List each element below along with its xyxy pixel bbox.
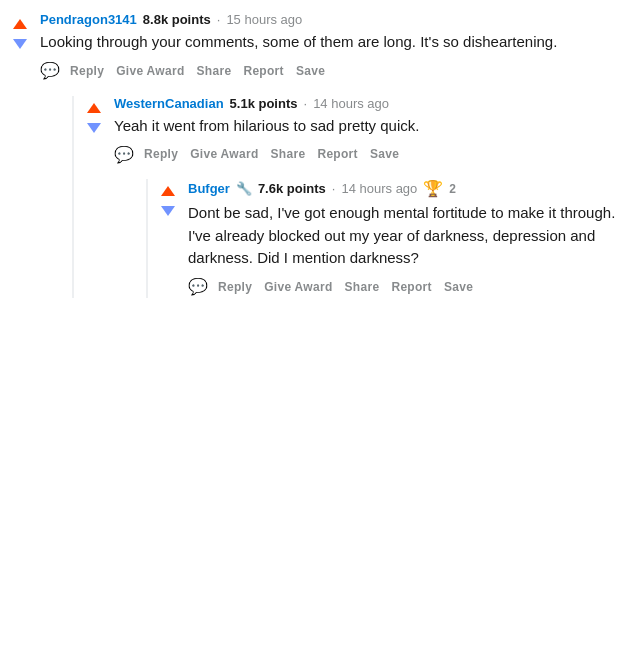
action-bar: 💬 Reply Give Award Share Report Save xyxy=(40,60,622,82)
comment-text: Looking through your comments, some of t… xyxy=(40,31,622,54)
upvote-button[interactable] xyxy=(158,181,178,201)
comment-item: WesternCanadian 5.1k points · 14 hours a… xyxy=(82,96,622,298)
reply-button[interactable]: Reply xyxy=(66,60,108,82)
comment-text: Dont be sad, I've got enough mental fort… xyxy=(188,202,622,270)
give-award-button[interactable]: Give Award xyxy=(112,60,188,82)
username-link[interactable]: Pendragon3141 xyxy=(40,12,137,27)
comment-item: Bufger 🔧 7.6k points · 14 hours ago 🏆 2 … xyxy=(156,179,622,298)
separator-dot: · xyxy=(304,96,308,111)
comment-header: Pendragon3141 8.8k points · 15 hours ago xyxy=(40,12,622,27)
nested-comments: Bufger 🔧 7.6k points · 14 hours ago 🏆 2 … xyxy=(146,179,622,298)
upvote-button[interactable] xyxy=(10,14,30,34)
chat-icon: 💬 xyxy=(40,61,60,80)
downvote-button[interactable] xyxy=(158,201,178,221)
comment-body: Pendragon3141 8.8k points · 15 hours ago… xyxy=(40,12,622,298)
upvote-arrow-icon xyxy=(87,103,101,113)
report-button[interactable]: Report xyxy=(313,143,361,165)
save-button[interactable]: Save xyxy=(366,143,403,165)
comment-header: Bufger 🔧 7.6k points · 14 hours ago 🏆 2 xyxy=(188,179,622,198)
downvote-button[interactable] xyxy=(10,34,30,54)
action-bar: 💬 Reply Give Award Share Report Save xyxy=(188,276,622,298)
vote-column xyxy=(8,12,32,298)
award-count-label: 2 xyxy=(449,182,456,196)
save-button[interactable]: Save xyxy=(292,60,329,82)
separator-dot: · xyxy=(332,181,336,196)
points-label: 8.8k points xyxy=(143,12,211,27)
timestamp-label: 15 hours ago xyxy=(226,12,302,27)
comment-thread: Pendragon3141 8.8k points · 15 hours ago… xyxy=(0,12,630,298)
vote-column xyxy=(156,179,180,298)
comment-body: Bufger 🔧 7.6k points · 14 hours ago 🏆 2 … xyxy=(188,179,622,298)
vote-column xyxy=(82,96,106,298)
award-trophy-icon: 🏆 xyxy=(423,179,443,198)
give-award-button[interactable]: Give Award xyxy=(186,143,262,165)
upvote-button[interactable] xyxy=(84,98,104,118)
chat-icon: 💬 xyxy=(114,145,134,164)
downvote-arrow-icon xyxy=(13,39,27,49)
username-link[interactable]: Bufger xyxy=(188,181,230,196)
share-button[interactable]: Share xyxy=(193,60,236,82)
timestamp-label: 14 hours ago xyxy=(341,181,417,196)
timestamp-label: 14 hours ago xyxy=(313,96,389,111)
username-link[interactable]: WesternCanadian xyxy=(114,96,224,111)
downvote-button[interactable] xyxy=(84,118,104,138)
action-bar: 💬 Reply Give Award Share Report Save xyxy=(114,143,622,165)
chat-icon: 💬 xyxy=(188,277,208,296)
comment-header: WesternCanadian 5.1k points · 14 hours a… xyxy=(114,96,622,111)
comment-text: Yeah it went from hilarious to sad prett… xyxy=(114,115,622,138)
give-award-button[interactable]: Give Award xyxy=(260,276,336,298)
report-button[interactable]: Report xyxy=(387,276,435,298)
points-label: 5.1k points xyxy=(230,96,298,111)
report-button[interactable]: Report xyxy=(239,60,287,82)
downvote-arrow-icon xyxy=(161,206,175,216)
share-button[interactable]: Share xyxy=(341,276,384,298)
separator-dot: · xyxy=(217,12,221,27)
wrench-icon: 🔧 xyxy=(236,181,252,196)
reply-button[interactable]: Reply xyxy=(140,143,182,165)
share-button[interactable]: Share xyxy=(267,143,310,165)
save-button[interactable]: Save xyxy=(440,276,477,298)
comment-body: WesternCanadian 5.1k points · 14 hours a… xyxy=(114,96,622,298)
points-label: 7.6k points xyxy=(258,181,326,196)
nested-comments: WesternCanadian 5.1k points · 14 hours a… xyxy=(72,96,622,298)
upvote-arrow-icon xyxy=(13,19,27,29)
comment-item: Pendragon3141 8.8k points · 15 hours ago… xyxy=(8,12,622,298)
downvote-arrow-icon xyxy=(87,123,101,133)
upvote-arrow-icon xyxy=(161,186,175,196)
reply-button[interactable]: Reply xyxy=(214,276,256,298)
